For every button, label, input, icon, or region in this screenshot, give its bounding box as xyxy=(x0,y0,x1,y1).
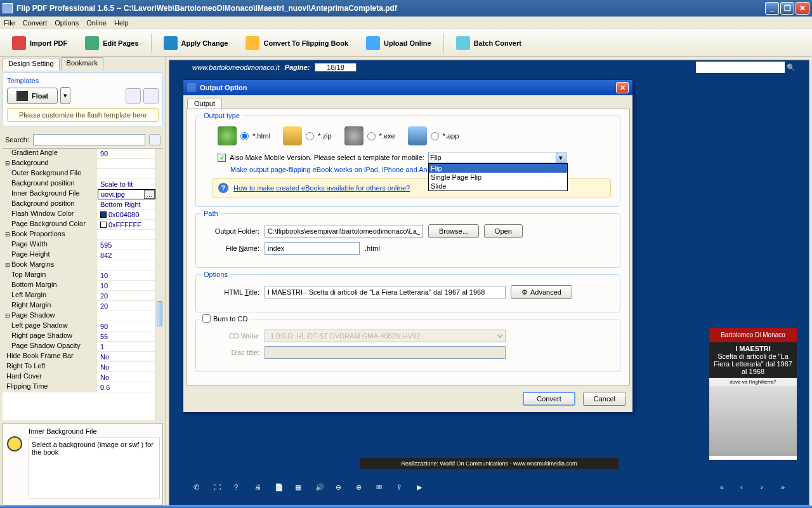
prop-val[interactable]: Scale to fit xyxy=(98,179,155,189)
info-icon: ? xyxy=(218,183,228,193)
thumbnails-icon[interactable]: ▦ xyxy=(295,483,305,493)
menu-help[interactable]: Help xyxy=(114,19,129,27)
print-icon[interactable]: 🖨 xyxy=(254,483,265,493)
dropdown-option-flip[interactable]: Flip xyxy=(429,164,567,173)
open-button[interactable]: Open xyxy=(484,224,523,238)
prop-val[interactable]: 1 xyxy=(98,342,155,351)
zoom-out-icon[interactable]: ⊖ xyxy=(336,483,346,493)
help-icon[interactable]: ? xyxy=(234,483,244,493)
menu-file[interactable]: File xyxy=(4,19,15,27)
apply-change-button[interactable]: Apply Change xyxy=(157,32,235,54)
prop-text: uovi.jpg xyxy=(101,190,125,198)
prop-val[interactable]: 90 xyxy=(98,321,155,331)
prop-group[interactable]: Background xyxy=(3,159,98,168)
templates-box: Templates Float ▾ Please customize the f… xyxy=(3,72,163,126)
prop-val[interactable]: 10 xyxy=(98,271,155,280)
convert-button[interactable]: Convert To Flipping Book xyxy=(239,32,355,54)
search-icon[interactable]: 🔍 xyxy=(785,62,797,73)
prop-val[interactable]: 90 xyxy=(98,149,155,158)
minimize-button[interactable]: _ xyxy=(765,2,779,15)
convert-button[interactable]: Convert xyxy=(523,392,575,406)
scrollbar-thumb[interactable] xyxy=(157,301,162,326)
menu-convert[interactable]: Convert xyxy=(23,19,48,27)
batch-convert-button[interactable]: Batch Convert xyxy=(449,32,528,54)
prop-val[interactable]: Bottom Right xyxy=(98,199,155,209)
radio-zip[interactable] xyxy=(306,132,314,140)
cancel-button[interactable]: Cancel xyxy=(583,392,626,406)
output-folder-input[interactable] xyxy=(265,225,423,237)
prop-val[interactable]: No xyxy=(98,362,155,371)
tab-bookmark[interactable]: Bookmark xyxy=(61,57,104,70)
last-page-icon[interactable]: » xyxy=(781,483,791,493)
prop-val[interactable]: 55 xyxy=(98,331,155,341)
sound-icon[interactable]: 🔊 xyxy=(315,483,325,493)
play-icon[interactable]: ▶ xyxy=(417,483,427,493)
fullscreen-icon[interactable]: ⛶ xyxy=(214,483,224,493)
preview-search-input[interactable] xyxy=(696,62,785,73)
file-name-input[interactable] xyxy=(265,242,360,255)
dialog-close-button[interactable]: ✕ xyxy=(616,82,629,93)
prop-group[interactable]: Book Margins xyxy=(3,260,98,270)
template-float-button[interactable]: Float xyxy=(7,88,58,104)
prop-val-selected[interactable]: uovi.jpg… xyxy=(98,189,155,199)
window-title: Flip PDF Professional 1.6.5 -- C:\Lavori… xyxy=(16,4,764,13)
prop-val[interactable] xyxy=(98,169,155,178)
phone-icon[interactable]: ✆ xyxy=(193,483,204,493)
prop-val[interactable]: 10 xyxy=(98,281,155,290)
upload-online-button[interactable]: Upload Online xyxy=(359,32,438,54)
prop-val[interactable]: No xyxy=(98,352,155,361)
radio-exe[interactable] xyxy=(367,132,376,140)
menu-online[interactable]: Online xyxy=(86,19,107,27)
close-button[interactable]: ✕ xyxy=(796,2,809,15)
prev-page-icon[interactable]: ‹ xyxy=(740,483,750,493)
prop-val[interactable]: No xyxy=(98,372,155,382)
mail-icon[interactable]: ✉ xyxy=(376,483,386,493)
template-dropdown-button[interactable]: ▾ xyxy=(60,87,70,104)
prop-key: Bottom Margin xyxy=(3,281,98,290)
dialog-tab-output[interactable]: Output xyxy=(187,98,222,109)
radio-app[interactable] xyxy=(431,132,439,140)
mobile-checkbox[interactable]: ✓ xyxy=(218,154,226,162)
menu-options[interactable]: Options xyxy=(55,19,79,27)
dropdown-option-single[interactable]: Single Page Flip xyxy=(429,173,567,182)
howto-link[interactable]: How to make created eBooks available for… xyxy=(233,184,410,192)
export-template-icon[interactable] xyxy=(143,88,159,104)
radio-html[interactable] xyxy=(240,132,249,140)
html-title-input[interactable] xyxy=(265,286,506,298)
prop-val[interactable]: 0xFFFFFF xyxy=(98,220,155,229)
share-icon[interactable]: ⇪ xyxy=(396,483,407,493)
save-template-icon[interactable] xyxy=(126,88,141,104)
prop-group[interactable]: Page Shadow xyxy=(3,311,98,321)
prop-val[interactable]: 20 xyxy=(98,301,155,311)
advanced-button[interactable]: ⚙Advanced xyxy=(511,285,572,299)
search-input[interactable] xyxy=(33,134,145,145)
tab-design-setting[interactable]: Design Setting xyxy=(3,58,60,70)
fieldset-burn: Burn to CD CD Writer 1:0:0,D: HL-DT-ST D… xyxy=(195,319,620,372)
browse-ellipsis-button[interactable]: … xyxy=(144,190,155,199)
prop-val[interactable]: 0x004080 xyxy=(98,210,155,219)
scrollbar[interactable] xyxy=(155,149,163,420)
dropdown-option-slide[interactable]: Slide xyxy=(429,182,567,190)
first-page-icon[interactable]: « xyxy=(720,483,730,493)
prop-val[interactable]: 595 xyxy=(98,240,155,250)
zoom-in-icon[interactable]: ⊕ xyxy=(356,483,366,493)
burn-checkbox[interactable] xyxy=(202,314,211,323)
prop-val[interactable]: 842 xyxy=(98,250,155,260)
fieldset-options: Options HTML Title: ⚙Advanced xyxy=(195,274,620,312)
float-label: Float xyxy=(32,92,48,100)
maximize-button[interactable]: ❐ xyxy=(780,2,794,15)
prop-val[interactable]: 20 xyxy=(98,291,155,300)
file-name-label: File Name: xyxy=(205,244,259,252)
convert-label: Convert To Flipping Book xyxy=(263,39,348,47)
document-icon[interactable]: 📄 xyxy=(275,483,285,493)
prop-val[interactable]: 0.6 xyxy=(98,382,155,392)
book-cover[interactable]: Bartolomeo Di Monaco I MAESTRI Scelta di… xyxy=(709,327,797,460)
edit-pages-button[interactable]: Edit Pages xyxy=(78,32,145,54)
mobile-template-select[interactable]: Flip ▾ Flip Single Page Flip Slide xyxy=(428,152,566,163)
next-page-icon[interactable]: › xyxy=(761,483,771,493)
prop-group[interactable]: Book Proportions xyxy=(3,230,98,239)
import-pdf-button[interactable]: Import PDF xyxy=(5,32,74,54)
page-indicator[interactable]: 18/18 xyxy=(315,63,357,72)
browse-button[interactable]: Browse... xyxy=(428,224,479,238)
search-go-icon[interactable] xyxy=(149,134,160,145)
